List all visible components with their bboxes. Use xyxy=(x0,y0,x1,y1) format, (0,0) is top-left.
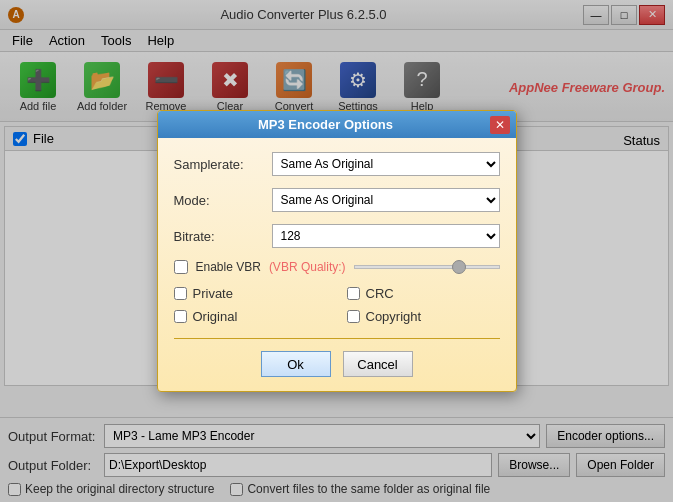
bitrate-select[interactable]: 128 xyxy=(272,224,500,248)
bitrate-label: Bitrate: xyxy=(174,229,264,244)
modal-close-button[interactable]: ✕ xyxy=(490,116,510,134)
mode-label: Mode: xyxy=(174,193,264,208)
crc-row: CRC xyxy=(347,286,500,301)
vbr-quality-slider[interactable] xyxy=(354,265,500,269)
vbr-checkbox[interactable] xyxy=(174,260,188,274)
original-label: Original xyxy=(193,309,238,324)
modal-divider xyxy=(174,338,500,339)
samplerate-label: Samplerate: xyxy=(174,157,264,172)
vbr-quality-label: (VBR Quality:) xyxy=(269,260,346,274)
modal-title: MP3 Encoder Options xyxy=(258,117,393,132)
bitrate-row: Bitrate: 128 xyxy=(174,224,500,248)
options-checkbox-grid: Private CRC Original Copyright xyxy=(174,286,500,324)
mode-select[interactable]: Same As Original xyxy=(272,188,500,212)
vbr-slider-container xyxy=(354,265,500,269)
ok-button[interactable]: Ok xyxy=(261,351,331,377)
samplerate-row: Samplerate: Same As Original xyxy=(174,152,500,176)
vbr-row: Enable VBR (VBR Quality:) xyxy=(174,260,500,274)
crc-checkbox[interactable] xyxy=(347,287,360,300)
crc-label: CRC xyxy=(366,286,394,301)
private-row: Private xyxy=(174,286,327,301)
modal-title-bar: MP3 Encoder Options ✕ xyxy=(158,111,516,138)
private-label: Private xyxy=(193,286,233,301)
samplerate-select[interactable]: Same As Original xyxy=(272,152,500,176)
modal-overlay: MP3 Encoder Options ✕ Samplerate: Same A… xyxy=(0,0,673,502)
original-checkbox[interactable] xyxy=(174,310,187,323)
mp3-encoder-modal: MP3 Encoder Options ✕ Samplerate: Same A… xyxy=(157,110,517,392)
copyright-row: Copyright xyxy=(347,309,500,324)
modal-body: Samplerate: Same As Original Mode: Same … xyxy=(158,138,516,391)
copyright-checkbox[interactable] xyxy=(347,310,360,323)
original-row: Original xyxy=(174,309,327,324)
private-checkbox[interactable] xyxy=(174,287,187,300)
copyright-label: Copyright xyxy=(366,309,422,324)
mode-row: Mode: Same As Original xyxy=(174,188,500,212)
cancel-button[interactable]: Cancel xyxy=(343,351,413,377)
vbr-label: Enable VBR xyxy=(196,260,261,274)
modal-button-row: Ok Cancel xyxy=(174,351,500,377)
